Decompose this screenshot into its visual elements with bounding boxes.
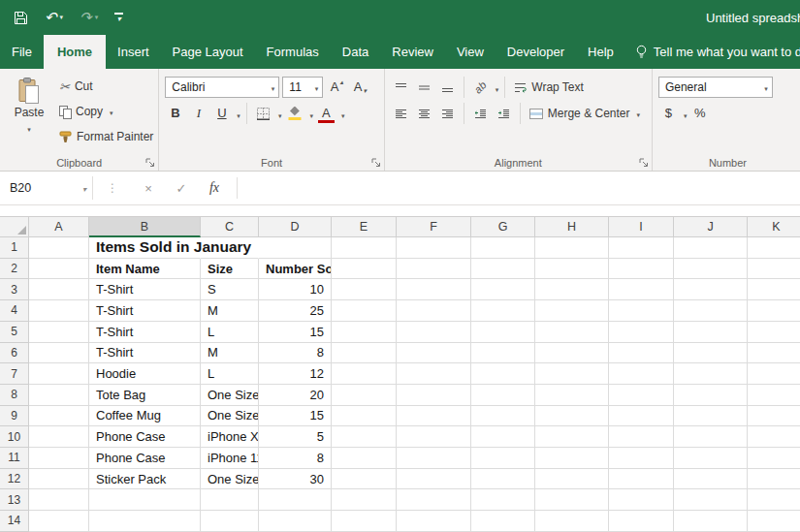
column-header-d[interactable]: D xyxy=(259,217,332,237)
cell-h2[interactable] xyxy=(535,259,609,280)
row-header-3[interactable]: 3 xyxy=(0,279,29,300)
font-name-select[interactable]: Calibri xyxy=(165,77,279,98)
cell-g4[interactable] xyxy=(471,300,535,322)
cell-c12[interactable]: One Size xyxy=(201,469,259,490)
row-header-13[interactable]: 13 xyxy=(0,489,29,511)
cell-e6[interactable] xyxy=(332,343,397,364)
cell-c11[interactable]: iPhone 11 xyxy=(201,448,259,469)
font-dialog-launcher[interactable] xyxy=(371,158,381,168)
cell-c14[interactable] xyxy=(201,511,259,532)
bold-button[interactable]: B xyxy=(165,103,185,124)
underline-caret[interactable] xyxy=(235,105,240,122)
cell-g9[interactable] xyxy=(471,406,535,427)
cell-k7[interactable] xyxy=(748,363,800,385)
cell-c9[interactable]: One Size xyxy=(201,406,259,427)
column-header-b[interactable]: B xyxy=(89,217,201,237)
cell-d6[interactable]: 8 xyxy=(259,343,332,364)
cell-h7[interactable] xyxy=(535,363,609,385)
column-header-c[interactable]: C xyxy=(201,217,259,237)
cell-a2[interactable] xyxy=(29,259,89,280)
row-header-9[interactable]: 9 xyxy=(0,406,29,427)
cell-i4[interactable] xyxy=(609,300,674,322)
cell-j4[interactable] xyxy=(674,300,748,322)
cell-c7[interactable]: L xyxy=(201,363,259,385)
cell-a14[interactable] xyxy=(29,511,89,532)
cell-i3[interactable] xyxy=(609,279,674,300)
row-header-8[interactable]: 8 xyxy=(0,385,29,406)
borders-caret[interactable] xyxy=(276,105,282,122)
cell-d13[interactable] xyxy=(259,489,332,511)
cell-h1[interactable] xyxy=(535,237,609,259)
column-header-h[interactable]: H xyxy=(535,217,609,237)
underline-button[interactable]: U xyxy=(211,103,232,124)
cut-button[interactable]: Cut xyxy=(56,74,156,99)
cell-f11[interactable] xyxy=(397,448,471,469)
cell-g13[interactable] xyxy=(471,489,535,511)
cell-e7[interactable] xyxy=(332,363,397,385)
row-header-7[interactable]: 7 xyxy=(0,363,29,385)
cell-d11[interactable]: 8 xyxy=(259,448,332,469)
cell-j2[interactable] xyxy=(674,259,748,280)
cell-i8[interactable] xyxy=(609,385,674,406)
cell-e5[interactable] xyxy=(332,322,397,343)
cell-g6[interactable] xyxy=(471,343,535,364)
cell-i7[interactable] xyxy=(609,363,674,385)
cell-e2[interactable] xyxy=(332,259,397,280)
cell-f10[interactable] xyxy=(397,426,471,448)
cell-j5[interactable] xyxy=(674,322,748,343)
cell-a10[interactable] xyxy=(29,426,89,448)
cell-a5[interactable] xyxy=(29,322,89,343)
column-header-a[interactable]: A xyxy=(29,217,89,237)
cell-c10[interactable]: iPhone X xyxy=(201,426,259,448)
accounting-format-button[interactable]: $ xyxy=(658,103,679,124)
cell-f5[interactable] xyxy=(397,322,471,343)
cell-e3[interactable] xyxy=(332,279,397,300)
save-button[interactable] xyxy=(14,11,28,25)
select-all-corner[interactable] xyxy=(0,217,29,237)
cell-a11[interactable] xyxy=(29,448,89,469)
cell-h10[interactable] xyxy=(535,426,609,448)
cell-c13[interactable] xyxy=(201,489,259,511)
name-box-caret[interactable] xyxy=(82,181,86,195)
cell-k8[interactable] xyxy=(748,385,800,406)
tab-home[interactable]: Home xyxy=(44,35,106,69)
cell-e1[interactable] xyxy=(332,237,397,259)
percent-style-button[interactable]: % xyxy=(689,103,710,124)
cell-f7[interactable] xyxy=(397,363,471,385)
cell-k5[interactable] xyxy=(748,322,800,343)
cell-e10[interactable] xyxy=(332,426,397,448)
fill-color-button[interactable] xyxy=(284,103,304,124)
increase-font-size-button[interactable]: A▴ xyxy=(326,77,346,98)
cell-k9[interactable] xyxy=(748,406,800,427)
cell-b13[interactable] xyxy=(89,489,201,511)
cell-d9[interactable]: 15 xyxy=(259,406,332,427)
cell-f14[interactable] xyxy=(397,511,471,532)
cell-k2[interactable] xyxy=(748,259,800,280)
cell-j7[interactable] xyxy=(674,363,748,385)
row-header-1[interactable]: 1 xyxy=(0,237,29,259)
cell-g3[interactable] xyxy=(471,279,535,300)
cell-e9[interactable] xyxy=(332,406,397,427)
cell-i2[interactable] xyxy=(609,259,674,280)
cell-b9[interactable]: Coffee Mug xyxy=(89,406,201,427)
cell-b7[interactable]: Hoodie xyxy=(89,363,201,385)
cell-g2[interactable] xyxy=(471,259,535,280)
decrease-indent-button[interactable] xyxy=(470,103,491,124)
cell-f12[interactable] xyxy=(397,469,471,490)
italic-button[interactable]: I xyxy=(188,103,208,124)
cell-b4[interactable]: T-Shirt xyxy=(89,300,201,322)
row-header-5[interactable]: 5 xyxy=(0,322,29,343)
cell-b3[interactable]: T-Shirt xyxy=(89,279,201,300)
tell-me-search[interactable]: Tell me what you want to do xyxy=(635,35,800,69)
cell-h3[interactable] xyxy=(535,279,609,300)
cell-c5[interactable]: L xyxy=(201,322,259,343)
row-header-4[interactable]: 4 xyxy=(0,300,29,322)
tab-insert[interactable]: Insert xyxy=(106,35,161,69)
merge-center-caret[interactable] xyxy=(634,107,640,120)
cell-k13[interactable] xyxy=(748,489,800,511)
cell-f1[interactable] xyxy=(397,237,471,259)
cell-b10[interactable]: Phone Case xyxy=(89,426,201,448)
cell-k11[interactable] xyxy=(748,448,800,469)
cell-c8[interactable]: One Size xyxy=(201,385,259,406)
cell-f4[interactable] xyxy=(397,300,471,322)
